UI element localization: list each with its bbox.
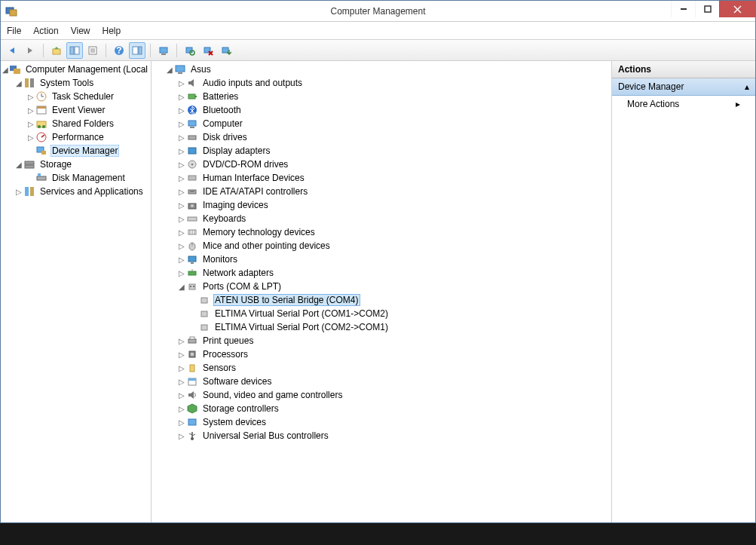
device-monitors[interactable]: ▷Monitors — [153, 253, 610, 266]
expand-icon[interactable]: ▷ — [177, 79, 186, 87]
device-storagectl[interactable]: ▷Storage controllers — [153, 402, 610, 415]
collapse-icon[interactable]: ◢ — [165, 66, 174, 74]
actions-section[interactable]: Device Manager ▴ — [612, 78, 755, 96]
nav-storage[interactable]: ◢Storage — [2, 158, 149, 171]
minimize-button[interactable] — [671, 1, 695, 17]
device-hid[interactable]: ▷Human Interface Devices — [153, 171, 610, 185]
services-icon — [23, 185, 35, 197]
collapse-icon[interactable]: ◢ — [14, 161, 23, 169]
device-network[interactable]: ▷Network adapters — [153, 266, 610, 280]
menu-help[interactable]: Help — [103, 26, 121, 36]
expand-icon[interactable]: ▷ — [177, 378, 186, 386]
nav-task-scheduler[interactable]: ▷Task Scheduler — [2, 90, 149, 103]
device-sysdev[interactable]: ▷System devices — [153, 415, 610, 429]
device-usb[interactable]: ▷Universal Serial Bus controllers — [153, 429, 610, 442]
device-disk[interactable]: ▷Disk drives — [153, 130, 610, 144]
expand-icon[interactable]: ▷ — [177, 418, 186, 427]
nav-shared-folders[interactable]: ▷Shared Folders — [2, 117, 149, 130]
computer-icon-button[interactable] — [155, 42, 172, 59]
device-ide[interactable]: ▷IDE ATA/ATAPI controllers — [153, 185, 610, 198]
device-computer[interactable]: ▷Computer — [153, 117, 610, 130]
expand-icon[interactable]: ▷ — [177, 256, 186, 264]
nav-device-manager[interactable]: Device Manager — [2, 144, 149, 158]
expand-icon[interactable]: ▷ — [177, 364, 186, 372]
device-imaging[interactable]: ▷Imaging devices — [153, 198, 610, 212]
nav-disk-management[interactable]: Disk Management — [2, 171, 149, 185]
menu-action[interactable]: Action — [33, 26, 58, 36]
device-root[interactable]: ◢Asus — [153, 63, 610, 76]
collapse-icon[interactable]: ▴ — [745, 81, 749, 92]
expand-icon[interactable]: ▷ — [14, 188, 23, 196]
submenu-arrow-icon: ▸ — [736, 99, 740, 109]
expand-icon[interactable]: ▷ — [177, 147, 186, 155]
device-audio[interactable]: ▷Audio inputs and outputs — [153, 76, 610, 90]
device-port-aten[interactable]: ATEN USB to Serial Bridge (COM4) — [153, 293, 610, 307]
properties-button[interactable] — [84, 42, 101, 59]
expand-icon[interactable]: ▷ — [177, 133, 186, 142]
collapse-icon[interactable]: ◢ — [14, 79, 23, 87]
device-display[interactable]: ▷Display adapters — [153, 144, 610, 158]
device-sensors[interactable]: ▷Sensors — [153, 361, 610, 375]
device-port-eltima2[interactable]: ELTIMA Virtual Serial Port (COM2->COM1) — [153, 320, 610, 334]
device-port-eltima1[interactable]: ELTIMA Virtual Serial Port (COM1->COM2) — [153, 307, 610, 320]
device-ports[interactable]: ◢Ports (COM & LPT) — [153, 280, 610, 293]
expand-icon[interactable]: ▷ — [177, 351, 186, 359]
device-sound[interactable]: ▷Sound, video and game controllers — [153, 388, 610, 402]
expand-icon[interactable]: ▷ — [26, 120, 35, 128]
device-batteries[interactable]: ▷Batteries — [153, 90, 610, 103]
nav-performance[interactable]: ▷Performance — [2, 130, 149, 144]
device-software[interactable]: ▷Software devices — [153, 375, 610, 388]
nav-services[interactable]: ▷Services and Applications — [2, 185, 149, 198]
expand-icon[interactable]: ▷ — [177, 337, 186, 345]
help-button[interactable]: ? — [111, 42, 127, 59]
nav-root[interactable]: ◢Computer Management (Local — [2, 63, 149, 76]
expand-icon[interactable]: ▷ — [177, 188, 186, 196]
expand-icon[interactable]: ▷ — [177, 269, 186, 277]
expand-icon[interactable]: ▷ — [177, 391, 186, 400]
collapse-icon[interactable]: ◢ — [177, 283, 186, 291]
menu-view[interactable]: View — [71, 26, 90, 36]
menu-file[interactable]: File — [7, 26, 21, 36]
device-memtech[interactable]: ▷Memory technology devices — [153, 225, 610, 239]
device-bluetooth[interactable]: ▷Bluetooth — [153, 103, 610, 117]
expand-icon[interactable]: ▷ — [26, 93, 35, 101]
device-mice[interactable]: ▷Mice and other pointing devices — [153, 239, 610, 253]
maximize-button[interactable] — [695, 1, 719, 17]
back-button[interactable] — [4, 42, 20, 59]
hid-icon — [186, 172, 198, 184]
actions-more[interactable]: More Actions ▸ — [612, 96, 755, 112]
expand-icon[interactable]: ▷ — [26, 106, 35, 115]
scan-hardware-button[interactable] — [182, 42, 198, 59]
uninstall-button[interactable] — [200, 42, 216, 59]
expand-icon[interactable]: ▷ — [177, 174, 186, 182]
update-driver-button[interactable] — [218, 42, 234, 59]
device-processors[interactable]: ▷Processors — [153, 348, 610, 361]
camera-icon — [186, 199, 198, 211]
expand-icon[interactable]: ▷ — [177, 161, 186, 169]
show-hide-action-button[interactable] — [129, 42, 145, 59]
device-keyboards[interactable]: ▷Keyboards — [153, 212, 610, 225]
device-dvd[interactable]: ▷DVD/CD-ROM drives — [153, 158, 610, 171]
up-button[interactable] — [48, 42, 65, 59]
forward-button[interactable] — [22, 42, 38, 59]
svg-rect-3 — [705, 6, 711, 12]
expand-icon[interactable]: ▷ — [177, 405, 186, 413]
device-printq[interactable]: ▷Print queues — [153, 334, 610, 348]
svg-point-75 — [190, 286, 191, 287]
expand-icon[interactable]: ▷ — [26, 133, 35, 142]
nav-system-tools[interactable]: ◢System Tools — [2, 76, 149, 90]
expand-icon[interactable]: ▷ — [177, 93, 186, 101]
expand-icon[interactable]: ▷ — [177, 242, 186, 250]
svg-rect-41 — [25, 161, 34, 164]
port-icon — [186, 280, 198, 292]
expand-icon[interactable]: ▷ — [177, 106, 186, 115]
expand-icon[interactable]: ▷ — [177, 201, 186, 210]
close-button[interactable] — [719, 1, 755, 17]
expand-icon[interactable]: ▷ — [177, 228, 186, 237]
show-hide-tree-button[interactable] — [66, 42, 83, 59]
expand-icon[interactable]: ▷ — [177, 120, 186, 128]
expand-icon[interactable]: ▷ — [177, 432, 186, 440]
expand-icon[interactable]: ▷ — [177, 215, 186, 223]
collapse-icon[interactable]: ◢ — [2, 66, 9, 74]
nav-event-viewer[interactable]: ▷Event Viewer — [2, 103, 149, 117]
